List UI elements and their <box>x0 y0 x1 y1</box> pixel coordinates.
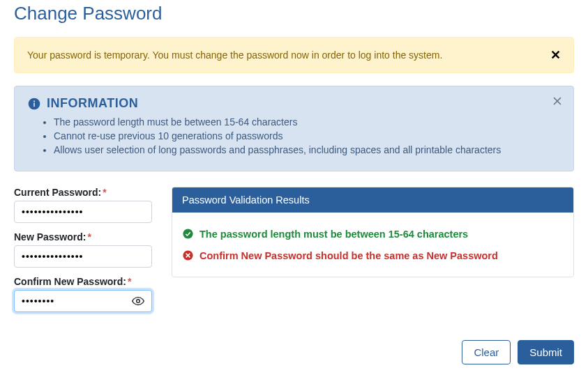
page-title: Change Password <box>14 0 574 24</box>
warning-banner: Your password is temporary. You must cha… <box>14 37 574 73</box>
svg-point-4 <box>33 100 35 102</box>
close-icon[interactable] <box>551 95 564 107</box>
check-circle-icon <box>182 228 194 240</box>
svg-point-5 <box>137 300 140 303</box>
validation-error-row: Confirm New Password should be the same … <box>182 249 564 261</box>
validation-ok-row: The password length must be between 15-6… <box>182 228 564 240</box>
validation-ok-text: The password length must be between 15-6… <box>199 229 468 240</box>
svg-point-6 <box>183 229 193 238</box>
new-password-input[interactable] <box>14 245 152 268</box>
current-password-input[interactable] <box>14 201 152 223</box>
information-panel: INFORMATION The password length must be … <box>14 86 574 171</box>
svg-rect-3 <box>33 102 35 107</box>
close-icon[interactable]: ✕ <box>550 49 561 61</box>
validation-error-text: Confirm New Password should be the same … <box>199 250 498 261</box>
current-password-label: Current Password:* <box>14 187 152 198</box>
eye-icon[interactable] <box>131 294 145 308</box>
new-password-label: New Password:* <box>14 231 152 243</box>
warning-text: Your password is temporary. You must cha… <box>27 49 442 61</box>
info-item: Cannot re-use previous 10 generations of… <box>54 130 561 141</box>
error-circle-icon <box>182 249 194 261</box>
info-item: The password length must be between 15-6… <box>54 116 561 128</box>
information-heading: INFORMATION <box>47 96 138 111</box>
validation-panel: Password Validation Results The password… <box>172 187 574 277</box>
info-item: Allows user selection of long passwords … <box>54 144 561 155</box>
info-icon <box>27 97 41 111</box>
validation-header: Password Validation Results <box>172 187 573 213</box>
clear-button[interactable]: Clear <box>462 340 511 364</box>
submit-button[interactable]: Submit <box>518 340 574 364</box>
confirm-password-label: Confirm New Password:* <box>14 276 152 287</box>
